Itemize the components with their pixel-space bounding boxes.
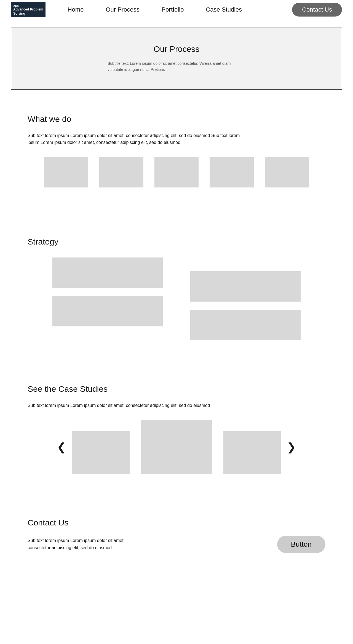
logo-text-line3: Solving [13,12,25,15]
what-we-do-card-3 [154,157,199,187]
navbar: aps Advanced Problem Solving Home Our Pr… [0,0,353,19]
what-we-do-subtext: Sub text lorem ipsum Lorem ipsum dolor s… [28,132,243,146]
case-studies-section: See the Case Studies Sub text lorem ipsu… [0,362,353,496]
case-studies-title: See the Case Studies [28,384,325,394]
contact-button[interactable]: Button [277,536,325,553]
strategy-card-left-1 [52,257,163,288]
hero-subtitle: Subtitle text: Lorem ipsum dolor sit ame… [108,60,245,73]
logo-text-line1: aps [13,4,19,7]
nav-link-our-process[interactable]: Our Process [95,6,150,13]
what-we-do-cards [28,157,325,187]
nav-contact-button[interactable]: Contact Us [292,3,342,17]
contact-section: Contact Us Sub text lorem ipsum Lorem ip… [0,496,353,575]
what-we-do-section: What we do Sub text lorem ipsum Lorem ip… [0,98,353,215]
what-we-do-card-2 [99,157,143,187]
nav-link-case-studies[interactable]: Case Studies [195,6,253,13]
carousel-item-2 [141,420,212,474]
what-we-do-card-1 [44,157,88,187]
carousel-items [72,420,281,474]
logo[interactable]: aps Advanced Problem Solving [11,2,46,17]
case-studies-subtext: Sub text lorem ipsum Lorem ipsum dolor s… [28,402,243,409]
carousel-item-3 [223,431,281,474]
what-we-do-card-5 [265,157,309,187]
carousel-next-button[interactable]: ❯ [281,441,302,453]
logo-text-line2: Advanced Problem [13,7,43,11]
carousel-item-1 [72,431,130,474]
what-we-do-title: What we do [28,114,325,124]
logo-box: aps Advanced Problem Solving [11,2,46,17]
strategy-card-right-1 [190,271,301,302]
strategy-card-right-2 [190,310,301,340]
strategy-right-col [190,257,301,340]
carousel-prev-button[interactable]: ❮ [51,441,72,453]
what-we-do-card-4 [210,157,254,187]
carousel: ❮ ❯ [28,420,325,474]
nav-links: Home Our Process Portfolio Case Studies [57,6,292,13]
contact-row: Sub text lorem ipsum Lorem ipsum dolor s… [28,536,325,553]
strategy-title: Strategy [28,237,325,246]
strategy-left-col [52,257,163,340]
contact-subtext: Sub text lorem ipsum Lorem ipsum dolor s… [28,537,138,551]
hero-title: Our Process [154,44,200,54]
strategy-card-left-2 [52,296,163,326]
nav-link-portfolio[interactable]: Portfolio [151,6,195,13]
hero-section: Our Process Subtitle text: Lorem ipsum d… [11,28,342,90]
strategy-section: Strategy [0,215,353,362]
strategy-grid [52,257,301,340]
contact-title: Contact Us [28,518,325,527]
nav-link-home[interactable]: Home [57,6,95,13]
